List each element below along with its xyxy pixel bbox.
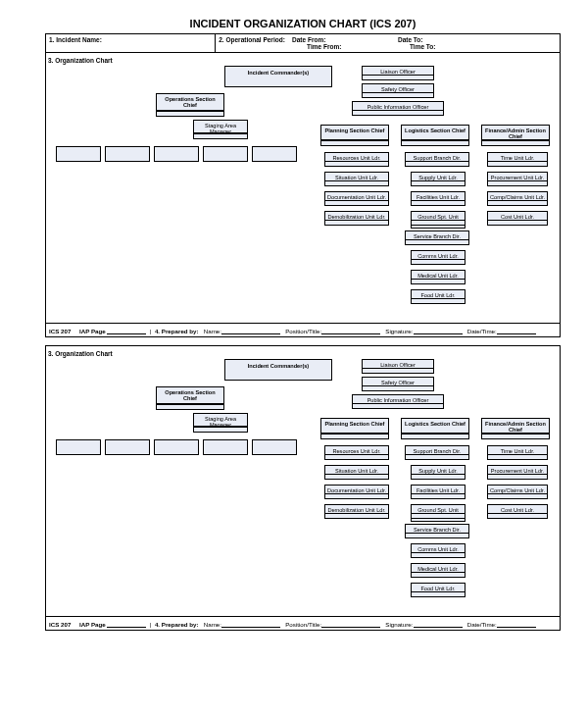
ics-code-2: ICS 207: [49, 621, 71, 628]
slot-time: [487, 161, 548, 167]
slot-comms-2: [411, 552, 466, 558]
ops-branch-3: [154, 146, 199, 162]
ops-branch-2: [105, 146, 150, 162]
box-logistics-chief: Logistics Section Chief: [401, 125, 469, 140]
slot-documentation: [324, 200, 389, 206]
datetime-label: Date/Time:: [467, 328, 497, 334]
name-label: Name:: [204, 328, 221, 334]
slot-comp-2: [487, 493, 548, 499]
slot-pio: [352, 110, 444, 116]
footer-row-2: ICS 207 IAP Page | 4. Prepared by: Name:…: [46, 617, 561, 631]
slot-service-branch: [405, 239, 469, 245]
slot-procurement: [487, 180, 548, 186]
slot-support-branch-2: [405, 454, 469, 460]
box-logistics-chief-2: Logistics Section Chief: [401, 418, 469, 434]
box-ops-chief-2: Operations Section Chief: [156, 386, 224, 404]
slot-planning-chief-2: [320, 434, 389, 439]
time-to-label: Time To:: [410, 43, 435, 50]
slot-liaison: [362, 75, 434, 80]
box-staging: Staging Area Manager: [193, 120, 248, 133]
position-label: Position/Title:: [285, 328, 321, 334]
slot-staging: [193, 133, 248, 139]
position-label-2: Position/Title:: [285, 621, 321, 628]
slot-demob-2: [324, 513, 389, 519]
page-title: INCIDENT ORGANIZATION CHART (ICS 207): [45, 18, 561, 29]
date-to-label: Date To:: [398, 36, 423, 43]
slot-supply: [411, 180, 466, 186]
slot-procurement-2: [487, 474, 548, 480]
slot-safety: [362, 92, 434, 98]
iap-label-2: IAP Page: [79, 621, 106, 628]
slot-safety-2: [362, 385, 434, 391]
form-1: 1. Incident Name: 2. Operational Period:…: [45, 33, 561, 337]
org-chart-2: Incident Commander(s) Liaison Officer Sa…: [48, 359, 558, 614]
slot-pio-2: [352, 403, 444, 409]
slot-cost: [487, 220, 548, 226]
slot-food-2: [411, 591, 466, 597]
slot-medical-2: [411, 572, 466, 578]
slot-facilities-2: [411, 493, 466, 499]
incident-name-cell: 1. Incident Name:: [46, 34, 216, 53]
slot-situation-2: [324, 474, 389, 480]
slot-resources-2: [324, 454, 389, 460]
box-finance-chief: Finance/Admin Section Chief: [481, 125, 550, 140]
ops-branch-4-2: [203, 439, 248, 455]
op-period-label: 2. Operational Period:: [219, 36, 285, 43]
ops-branch-4: [203, 146, 248, 162]
time-from-label: Time From:: [307, 43, 341, 50]
slot-comms: [411, 259, 466, 265]
ops-branch-1: [56, 146, 101, 162]
prepared-by-label: 4. Prepared by:: [155, 328, 199, 334]
box-finance-chief-2: Finance/Admin Section Chief: [481, 418, 550, 434]
slot-cost-2: [487, 513, 548, 519]
slot-demob: [324, 220, 389, 226]
form-2: 3. Organization Chart Incident Commander…: [45, 345, 561, 631]
datetime-label-2: Date/Time:: [467, 621, 497, 628]
slot-service-branch-2: [405, 533, 469, 538]
slot-situation: [324, 180, 389, 186]
op-period-cell: 2. Operational Period: Date From: Date T…: [216, 34, 561, 53]
slot-supply-2: [411, 474, 466, 480]
box-incident-commander: Incident Commander(s): [224, 66, 332, 87]
section3-label: 3. Organization Chart: [48, 57, 558, 64]
signature-label: Signature:: [385, 328, 413, 334]
ops-branch-3-2: [154, 439, 199, 455]
box-planning-chief: Planning Section Chief: [320, 125, 389, 140]
slot-ground-2: [411, 513, 466, 519]
slot-comp: [487, 200, 548, 206]
slot-facilities: [411, 200, 466, 206]
org-chart-cell-2: 3. Organization Chart Incident Commander…: [46, 346, 561, 617]
signature-label-2: Signature:: [385, 621, 413, 628]
ops-branch-5: [252, 146, 297, 162]
slot-resources: [324, 161, 389, 167]
prepared-by-label-2: 4. Prepared by:: [155, 621, 199, 628]
slot-liaison-2: [362, 368, 434, 374]
incident-name-label: 1. Incident Name:: [49, 36, 102, 43]
org-chart-1: Incident Commander(s) Liaison Officer Sa…: [48, 66, 558, 321]
slot-planning-chief: [320, 140, 389, 146]
box-incident-commander-2: Incident Commander(s): [224, 359, 332, 381]
slot-ops-chief-2: [156, 404, 224, 410]
slot-medical: [411, 279, 466, 284]
slot-ops-chief: [156, 111, 224, 117]
box-planning-chief-2: Planning Section Chief: [320, 418, 389, 434]
slot-logistics-chief: [401, 140, 469, 146]
box-ops-chief: Operations Section Chief: [156, 93, 224, 111]
slot-ground: [411, 220, 466, 226]
slot-finance-chief: [481, 140, 550, 146]
name-label-2: Name:: [204, 621, 221, 628]
slot-documentation-2: [324, 493, 389, 499]
org-chart-cell: 3. Organization Chart Incident Commander…: [46, 53, 561, 324]
ops-branch-2-2: [105, 439, 150, 455]
section3-label-2: 3. Organization Chart: [48, 350, 558, 357]
ops-branch-5-2: [252, 439, 297, 455]
slot-time-2: [487, 454, 548, 460]
slot-logistics-chief-2: [401, 434, 469, 439]
box-staging-2: Staging Area Manager: [193, 413, 248, 427]
slot-finance-chief-2: [481, 434, 550, 439]
date-from-label: Date From:: [292, 36, 325, 43]
iap-label: IAP Page: [79, 328, 106, 334]
slot-food: [411, 298, 466, 304]
ics-code: ICS 207: [49, 328, 71, 334]
ops-branch-1-2: [56, 439, 101, 455]
